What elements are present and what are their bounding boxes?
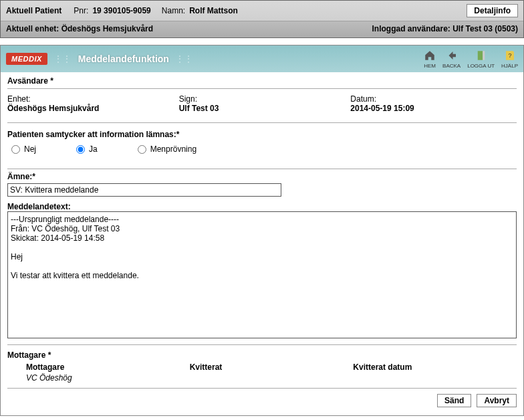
cell-kvitterat-datum: [353, 373, 517, 383]
recipients-heading: Mottagare *: [7, 344, 517, 360]
back-icon: [446, 49, 458, 63]
sender-box: Enhet: Ödeshögs Hemsjukvård Sign: Ulf Te…: [7, 88, 517, 123]
patient-label: Aktuell Patient: [6, 6, 61, 15]
decoration: ⋮⋮: [54, 54, 72, 64]
home-icon: [424, 49, 436, 63]
col-kvitterat-datum: Kvitterat datum: [353, 362, 517, 372]
detail-info-button[interactable]: Detaljinfo: [467, 4, 518, 17]
svg-rect-1: [483, 51, 485, 60]
name-value: Rolf Mattson: [189, 6, 238, 15]
door-icon: [475, 49, 487, 63]
help-button[interactable]: ? HJÄLP: [501, 49, 518, 69]
sender-heading: Avsändare *: [7, 75, 517, 88]
consent-ja[interactable]: Ja: [76, 144, 98, 154]
date-label: Datum:: [350, 94, 517, 104]
unit-value: Ödeshögs Hemsjukvård: [7, 104, 174, 113]
table-row: VC Ödeshög: [7, 373, 517, 383]
sign-value: Ulf Test 03: [179, 104, 346, 113]
consent-menprovning[interactable]: Menprövning: [138, 144, 196, 154]
sign-label: Sign:: [179, 94, 346, 104]
page-title: Meddelandefunktion: [78, 54, 169, 64]
app-panel: MEDDIX ⋮⋮ Meddelandefunktion ⋮⋮ HEM BACK…: [0, 45, 524, 416]
cancel-button[interactable]: Avbryt: [477, 394, 517, 407]
date-value: 2014-05-19 15:09: [350, 104, 517, 113]
titlebar: MEDDIX ⋮⋮ Meddelandefunktion ⋮⋮ HEM BACK…: [1, 45, 523, 72]
svg-rect-0: [477, 51, 483, 60]
logout-button[interactable]: LOGGA UT: [467, 49, 495, 69]
subject-input[interactable]: [7, 183, 281, 197]
home-button[interactable]: HEM: [424, 49, 436, 69]
app-logo: MEDDIX: [6, 53, 47, 65]
subject-label: Ämne:*: [7, 169, 517, 181]
cell-mottagare: VC Ödeshög: [26, 373, 190, 383]
patient-bar: Aktuell Patient Pnr: 19 390105-9059 Namn…: [0, 0, 524, 38]
col-kvitterat: Kvitterat: [190, 362, 354, 372]
col-mottagare: Mottagare: [26, 362, 190, 372]
message-label: Meddelandetext:: [7, 202, 517, 211]
radio-ja[interactable]: [76, 145, 85, 154]
recipients-table: Mottagare Kvitterat Kvitterat datum VC Ö…: [7, 360, 517, 388]
decoration: ⋮⋮: [176, 54, 193, 64]
logged-in-user: Inloggad användare: Ulf Test 03 (0503): [372, 24, 518, 33]
consent-label: Patienten samtycker att information lämn…: [7, 130, 517, 139]
help-icon: ?: [504, 49, 516, 63]
pnr-label: Pnr:: [74, 6, 88, 15]
name-label: Namn:: [162, 6, 185, 15]
cell-kvitterat: [190, 373, 354, 383]
radio-men[interactable]: [138, 145, 146, 154]
send-button[interactable]: Sänd: [437, 394, 471, 407]
back-button[interactable]: BACKA: [442, 49, 461, 69]
radio-nej[interactable]: [11, 145, 20, 154]
current-unit: Aktuell enhet: Ödeshögs Hemsjukvård: [6, 24, 153, 33]
message-textarea[interactable]: [7, 211, 517, 338]
unit-label: Enhet:: [7, 94, 174, 104]
pnr-value: 19 390105-9059: [92, 6, 150, 15]
svg-text:?: ?: [508, 52, 511, 59]
consent-nej[interactable]: Nej: [11, 144, 36, 154]
